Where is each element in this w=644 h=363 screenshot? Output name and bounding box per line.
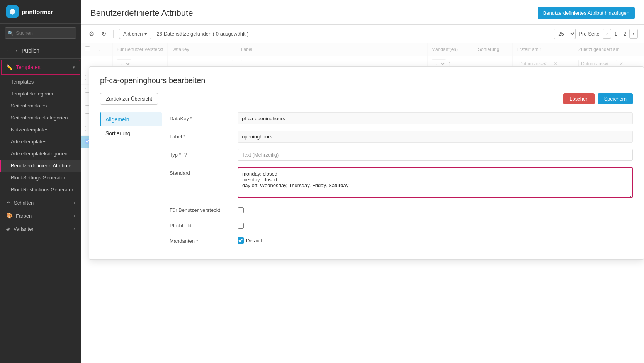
- font-icon: ✒: [6, 199, 11, 206]
- form-row-mandanten: Mandanten * Default: [170, 235, 633, 244]
- typ-select[interactable]: Text (Mehrzeilig): [238, 149, 633, 161]
- help-icon[interactable]: ?: [184, 152, 187, 158]
- search-icon: 🔍: [8, 31, 14, 36]
- back-arrow-icon: ←: [6, 48, 12, 54]
- save-button[interactable]: Speichern: [598, 93, 633, 104]
- form-row-label: Label * openinghours: [170, 131, 633, 143]
- per-page-select[interactable]: 25 50 100: [554, 29, 576, 39]
- standard-textarea[interactable]: monday: closed tuesday: closed day off: …: [238, 167, 633, 198]
- add-attribute-button[interactable]: Benutzerdefiniertes Attribut hinzufügen: [538, 7, 635, 19]
- next-page-button[interactable]: ›: [629, 29, 638, 39]
- mandanten-options: Default: [238, 235, 262, 244]
- main-content: Benutzerdefinierte Attribute Benutzerdef…: [81, 0, 644, 363]
- toolbar-separator: [113, 30, 114, 38]
- sidebar-item-benutzerdefinierte-attribute[interactable]: Benutzerdefinierte Attribute: [0, 160, 81, 172]
- sidebar-item-seitentemplatekategorien[interactable]: Seitentemplatekategorien: [0, 112, 81, 124]
- sidebar-item-nutzentemplates[interactable]: Nutzentemplates: [0, 124, 81, 136]
- templates-group-label: Templates: [16, 64, 41, 70]
- page-title: Benutzerdefinierte Attribute: [90, 8, 193, 18]
- modal-title: pf-ca-openinghours bearbeiten: [100, 76, 633, 85]
- total-pages: 2: [623, 31, 626, 37]
- main-header: Benutzerdefinierte Attribute Benutzerdef…: [81, 0, 644, 25]
- actions-chevron-icon: ▾: [144, 31, 147, 37]
- fuer-benutzer-checkbox[interactable]: [238, 207, 244, 213]
- chevron-left-icon-2: ‹: [73, 213, 75, 218]
- palette-icon: 🎨: [6, 213, 13, 219]
- logo-text: printformer: [22, 9, 53, 15]
- pflichtfeld-label: Pflichtfeld: [170, 220, 231, 228]
- logo-icon: [6, 5, 19, 18]
- sidebar-item-varianten[interactable]: ◈ Varianten ‹: [0, 222, 81, 235]
- datakey-label: DataKey *: [170, 112, 231, 121]
- publish-label: ← Publish: [15, 48, 39, 54]
- chevron-left-icon-3: ‹: [73, 227, 75, 231]
- modal-nav: Allgemein Sortierung: [100, 112, 162, 250]
- current-page: 1: [614, 31, 617, 37]
- sidebar-item-artikeltemplatekategorien[interactable]: Artikeltemplatekategorien: [0, 148, 81, 160]
- mandanten-label: Mandanten *: [170, 235, 231, 244]
- search-input[interactable]: [5, 27, 76, 39]
- publish-nav-item[interactable]: ← ← Publish: [0, 43, 81, 59]
- mandanten-default-checkbox[interactable]: [238, 237, 244, 244]
- per-page-label: Pro Seite: [579, 31, 599, 37]
- form-row-standard: Standard monday: closed tuesday: closed …: [170, 167, 633, 198]
- label-value: openinghours: [238, 131, 633, 143]
- sidebar-item-farben[interactable]: 🎨 Farben ‹: [0, 209, 81, 222]
- templates-group-header[interactable]: ✏️ Templates ▾: [1, 60, 80, 75]
- variants-icon: ◈: [6, 226, 10, 232]
- refresh-icon[interactable]: ↻: [100, 29, 108, 39]
- standard-label: Standard: [170, 167, 231, 176]
- actions-dropdown[interactable]: Aktionen ▾: [119, 29, 151, 39]
- records-info: 26 Datensätze gefunden ( 0 ausgewählt ): [157, 31, 249, 37]
- form-row-fuer-benutzer: Für Benutzer versteckt: [170, 204, 633, 213]
- modal-form: DataKey * pf-ca-openinghours Label * ope…: [170, 112, 633, 250]
- form-row-pflichtfeld: Pflichtfeld: [170, 220, 633, 229]
- sidebar: printformer 🔍 ← ← Publish ✏️ Templates ▾…: [0, 0, 81, 363]
- modal-top-buttons: Löschen Speichern: [563, 93, 633, 104]
- per-page-area: 25 50 100 Pro Seite ‹ 1 2 ›: [554, 29, 638, 39]
- sidebar-item-schriften[interactable]: ✒ Schriften ‹: [0, 196, 81, 209]
- label-label: Label *: [170, 131, 231, 140]
- pflichtfeld-checkbox[interactable]: [238, 223, 244, 229]
- templates-nav-section: ✏️ Templates ▾ Templates Templatekategor…: [0, 59, 81, 196]
- form-row-datakey: DataKey * pf-ca-openinghours: [170, 112, 633, 124]
- prev-page-button[interactable]: ‹: [603, 29, 611, 39]
- search-bar-container: 🔍: [0, 24, 81, 43]
- edit-modal: pf-ca-openinghours bearbeiten Zurück zur…: [89, 66, 644, 260]
- delete-button[interactable]: Löschen: [563, 93, 595, 104]
- templates-sub-items: Templates Templatekategorien Seitentempl…: [0, 76, 81, 172]
- typ-label: Typ *: [170, 152, 181, 158]
- sidebar-item-blocksettings[interactable]: BlockSettings Generator: [0, 172, 81, 184]
- back-button[interactable]: Zurück zur Übersicht: [100, 93, 158, 105]
- modal-body: Allgemein Sortierung DataKey * pf-ca-ope…: [100, 112, 633, 250]
- sidebar-item-seitentemplates[interactable]: Seitentemplates: [0, 100, 81, 112]
- chevron-left-icon: ‹: [73, 200, 75, 205]
- modal-nav-sortierung[interactable]: Sortierung: [100, 126, 162, 140]
- modal-nav-allgemein[interactable]: Allgemein: [100, 112, 162, 126]
- farben-label: Farben: [16, 213, 32, 219]
- form-row-typ: Typ * ? Text (Mehrzeilig): [170, 149, 633, 161]
- mandanten-default-label: Default: [246, 238, 262, 244]
- settings-icon[interactable]: ⚙: [87, 29, 96, 39]
- schriften-label: Schriften: [14, 200, 34, 206]
- sidebar-item-templatekategorien[interactable]: Templatekategorien: [0, 88, 81, 100]
- actions-label: Aktionen: [123, 31, 143, 37]
- logo-area: printformer: [0, 0, 81, 24]
- fuer-benutzer-label: Für Benutzer versteckt: [170, 204, 231, 213]
- table-area: # Für Benutzer versteckt DataKey Label M…: [81, 43, 644, 363]
- toolbar: ⚙ ↻ Aktionen ▾ 26 Datensätze gefunden ( …: [81, 25, 644, 43]
- chevron-down-icon: ▾: [73, 65, 75, 70]
- varianten-label: Varianten: [14, 226, 35, 232]
- sidebar-item-blockrestrictions[interactable]: BlockRestrictions Generator: [0, 184, 81, 196]
- sidebar-item-templates[interactable]: Templates: [0, 76, 81, 88]
- sidebar-item-artikeltemplates[interactable]: Artikeltemplates: [0, 136, 81, 148]
- datakey-value: pf-ca-openinghours: [238, 112, 633, 124]
- edit-icon: ✏️: [6, 64, 13, 70]
- modal-actions-top: Zurück zur Übersicht Löschen Speichern: [100, 93, 633, 105]
